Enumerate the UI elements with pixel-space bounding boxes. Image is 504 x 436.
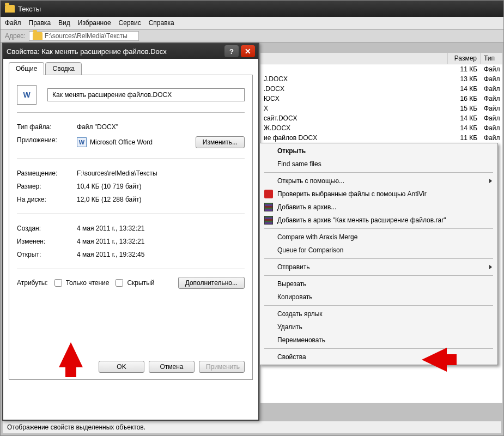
file-size: 13 КБ — [448, 75, 481, 83]
menu-file[interactable]: Файл — [5, 19, 21, 27]
change-app-button[interactable]: Изменить... — [196, 136, 245, 148]
row-created: Создан: 4 мая 2011 г., 13:32:21 — [17, 222, 245, 235]
label-application: Приложение: — [17, 136, 77, 148]
label-hidden: Скрытый — [127, 279, 154, 287]
file-name: ЮCX — [260, 95, 448, 102]
file-row[interactable]: ЮCX16 КБФайл — [260, 94, 502, 104]
file-name: X — [260, 105, 448, 112]
ctx-archive-named[interactable]: Добавить в архив "Как менять расширение … — [261, 214, 496, 227]
ctx-delete[interactable]: Удалить — [261, 320, 496, 334]
menu-tools[interactable]: Сервис — [119, 19, 141, 27]
checkbox-readonly-input[interactable] — [54, 279, 62, 287]
ctx-archive-add[interactable]: Добавить в архив... — [261, 201, 496, 214]
ctx-send[interactable]: Отправить — [261, 261, 496, 274]
file-name — [260, 65, 448, 73]
ctx-separator — [264, 275, 493, 276]
file-row[interactable]: сайт.DOCX14 КБФайл — [260, 113, 502, 123]
value-location: F:\sources\relMedia\Тексты — [77, 169, 245, 177]
tab-summary[interactable]: Сводка — [45, 62, 82, 75]
ok-button[interactable]: OK — [99, 361, 144, 373]
separator — [17, 269, 245, 269]
apply-button[interactable]: Применить — [199, 361, 245, 373]
tab-panel: W Как менять расширение файлов.DOCX Тип … — [9, 75, 253, 380]
ctx-separator — [264, 258, 493, 259]
ctx-find-same[interactable]: Find same files — [261, 158, 496, 171]
file-type: Файл — [481, 134, 502, 142]
address-value[interactable]: F:\sources\RelMedia\Тексты — [29, 31, 139, 41]
checkbox-readonly[interactable]: Только чтение — [52, 277, 110, 288]
explorer-title-text: Тексты — [18, 5, 41, 13]
separator — [17, 214, 245, 214]
chevron-right-icon — [489, 179, 492, 183]
close-button[interactable]: ✕ — [241, 45, 255, 57]
value-filetype: Файл "DOCX" — [77, 123, 245, 131]
ctx-antivir[interactable]: Проверить выбранные файлы с помощью Anti… — [261, 187, 496, 201]
file-name: .DOCX — [260, 85, 448, 93]
file-row[interactable]: .DOCX14 КБФайл — [260, 84, 502, 94]
menu-help[interactable]: Справка — [149, 19, 174, 27]
ctx-rename[interactable]: Переименовать — [261, 334, 496, 347]
explorer-title-bar: Тексты — [1, 1, 503, 17]
rar-icon — [264, 216, 273, 225]
file-size: 14 КБ — [448, 85, 481, 93]
label-readonly: Только чтение — [66, 279, 110, 287]
checkbox-hidden-input[interactable] — [116, 279, 123, 287]
value-application: Microsoft Office Word — [90, 138, 153, 146]
docx-icon: W — [17, 85, 37, 105]
dialog-body: Общие Сводка W Как менять расширение фай… — [3, 59, 258, 385]
cancel-button[interactable]: Отмена — [149, 361, 195, 373]
ctx-properties[interactable]: Свойства — [261, 350, 496, 364]
row-application: Приложение: W Microsoft Office Word Изме… — [17, 134, 245, 151]
filename-input[interactable]: Как менять расширение файлов.DOCX — [47, 88, 245, 101]
context-menu: Открыть Find same files Открыть с помощь… — [259, 143, 498, 365]
tab-general[interactable]: Общие — [9, 62, 44, 75]
col-name[interactable] — [260, 53, 448, 64]
file-row[interactable]: 11 КБФайл — [260, 64, 502, 74]
file-header-row: W Как менять расширение файлов.DOCX — [17, 85, 245, 105]
file-name: J.DOCX — [260, 75, 448, 83]
file-row[interactable]: X15 КБФайл — [260, 104, 502, 113]
file-rows: 11 КБФайлJ.DOCX13 КБФайл.DOCX14 КБФайлЮC… — [260, 64, 502, 143]
ctx-open[interactable]: Открыть — [261, 144, 496, 158]
file-size: 14 КБ — [448, 124, 481, 132]
checkbox-hidden[interactable]: Скрытый — [113, 277, 154, 288]
ctx-separator — [264, 228, 493, 229]
row-attributes: Атрибуты: Только чтение Скрытый Дополнит… — [17, 277, 245, 289]
file-name: Ж.DOCX — [260, 124, 448, 132]
col-size[interactable]: Размер — [448, 53, 481, 64]
ctx-open-with[interactable]: Открыть с помощью... — [261, 174, 496, 187]
file-name: сайт.DOCX — [260, 114, 448, 122]
ctx-shortcut[interactable]: Создать ярлык — [261, 307, 496, 320]
address-text: F:\sources\RelMedia\Тексты — [45, 32, 127, 40]
col-type[interactable]: Тип — [481, 53, 502, 64]
menu-edit[interactable]: Правка — [29, 19, 51, 27]
label-accessed: Открыт: — [17, 251, 77, 258]
menu-favorites[interactable]: Избранное — [78, 19, 111, 27]
file-row[interactable]: J.DOCX13 КБФайл — [260, 74, 502, 84]
chevron-right-icon — [489, 265, 492, 269]
help-button[interactable]: ? — [224, 45, 239, 57]
explorer-menubar: Файл Правка Вид Избранное Сервис Справка — [1, 17, 503, 29]
file-size: 11 КБ — [448, 65, 481, 73]
dialog-footer: OK Отмена Применить — [99, 361, 245, 373]
rar-icon — [264, 203, 273, 211]
file-row[interactable]: Ж.DOCX14 КБФайл — [260, 123, 502, 133]
file-type: Файл — [481, 105, 502, 112]
advanced-button[interactable]: Дополнительно... — [178, 277, 245, 289]
ctx-queue[interactable]: Queue for Comparison — [261, 244, 496, 257]
word-icon: W — [77, 137, 87, 147]
dialog-titlebar[interactable]: Свойства: Как менять расширение файлов.D… — [3, 44, 258, 59]
ctx-cut[interactable]: Вырезать — [261, 277, 496, 290]
label-size: Размер: — [17, 183, 77, 190]
value-modified: 4 мая 2011 г., 13:32:21 — [77, 238, 245, 245]
label-location: Размещение: — [17, 169, 77, 177]
file-row[interactable]: ие файлов DOCX11 КБФайл — [260, 133, 502, 143]
annotation-arrow-icon — [59, 342, 83, 367]
menu-view[interactable]: Вид — [58, 19, 70, 27]
label-created: Создан: — [17, 225, 77, 232]
row-location: Размещение: F:\sources\relMedia\Тексты — [17, 167, 245, 180]
label-attributes: Атрибуты: — [17, 279, 48, 287]
ctx-compare[interactable]: Compare with Araxis Merge — [261, 231, 496, 244]
ctx-copy[interactable]: Копировать — [261, 290, 496, 304]
status-text: Отображение свойств выделенных объектов. — [7, 423, 145, 431]
